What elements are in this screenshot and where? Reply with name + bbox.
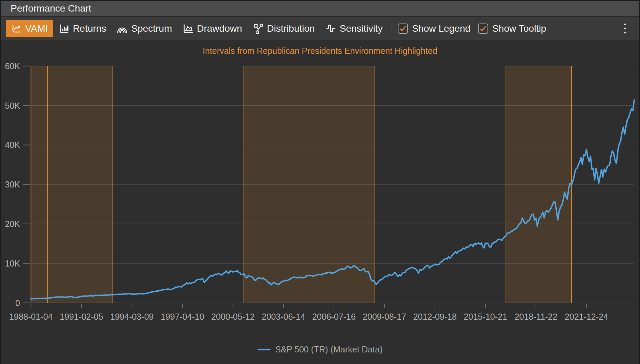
show-legend-toggle[interactable]: Show Legend	[398, 23, 470, 34]
y-axis-label: 50K	[5, 101, 20, 110]
y-axis-label: 10K	[5, 259, 20, 268]
x-axis-label: 2006-07-16	[312, 312, 355, 321]
square-wave-icon	[326, 24, 336, 34]
x-axis-label: 1988-01-04	[9, 312, 53, 321]
toggle-label: Show Legend	[412, 23, 470, 34]
x-axis-label: 1994-03-09	[110, 312, 154, 321]
x-axis-label: 2018-11-22	[514, 312, 557, 321]
bar-chart-icon	[59, 24, 69, 34]
distribution-nodes-icon	[253, 24, 263, 34]
y-axis-label: 30K	[5, 180, 20, 189]
tab-label: Drawdown	[197, 23, 242, 34]
chart-legend: S&P 500 (TR) (Market Data)	[1, 345, 639, 354]
x-axis-label: 2009-08-17	[363, 312, 406, 321]
tab-label: Spectrum	[131, 23, 172, 34]
tab-label: Distribution	[267, 23, 315, 34]
x-axis-label: 2015-10-21	[464, 312, 507, 321]
y-axis-label: 0	[15, 298, 20, 308]
chart-area: Intervals from Republican Presidents Env…	[1, 41, 639, 364]
x-axis-label: 1991-02-05	[60, 312, 103, 321]
tab-label: Sensitivity	[340, 23, 383, 34]
checkbox-checked-icon	[398, 24, 408, 34]
drawdown-area-icon	[183, 24, 193, 34]
tab-drawdown[interactable]: Drawdown	[177, 20, 247, 37]
y-axis-label: 60K	[5, 61, 20, 71]
window-title: Performance Chart	[11, 3, 91, 14]
x-axis-label: 1997-04-10	[161, 312, 204, 321]
performance-chart-window: Performance Chart VAMI	[0, 0, 640, 364]
legend-label: S&P 500 (TR) (Market Data)	[275, 345, 383, 354]
spectrum-arcs-icon	[117, 24, 127, 34]
x-axis-label: 2000-05-12	[211, 312, 254, 321]
x-axis-label: 2003-06-14	[262, 312, 305, 321]
y-axis-label: 40K	[5, 140, 20, 150]
legend-line-swatch	[258, 349, 271, 350]
tab-distribution[interactable]: Distribution	[248, 20, 320, 37]
tab-label: VAMI	[25, 23, 48, 34]
title-bar: Performance Chart	[1, 1, 639, 17]
tab-spectrum[interactable]: Spectrum	[112, 20, 177, 37]
toggle-label: Show Tooltip	[492, 23, 546, 34]
x-axis-label: 2021-12-24	[565, 312, 608, 321]
line-chart-icon	[11, 24, 21, 34]
tab-label: Returns	[73, 23, 106, 34]
tab-vami[interactable]: VAMI	[6, 20, 53, 37]
x-axis-label: 2012-09-18	[413, 312, 456, 321]
tab-sensitivity[interactable]: Sensitivity	[320, 20, 388, 37]
y-axis-label: 20K	[5, 219, 20, 229]
toolbar-divider	[392, 22, 392, 35]
show-tooltip-toggle[interactable]: Show Tooltip	[478, 23, 546, 34]
checkbox-checked-icon	[478, 24, 488, 34]
toolbar: VAMI Returns S	[1, 17, 639, 40]
tab-returns[interactable]: Returns	[53, 20, 112, 37]
performance-chart[interactable]: 010K20K30K40K50K60K1988-01-041991-02-051…	[1, 41, 639, 364]
kebab-menu-icon[interactable]	[619, 21, 631, 36]
